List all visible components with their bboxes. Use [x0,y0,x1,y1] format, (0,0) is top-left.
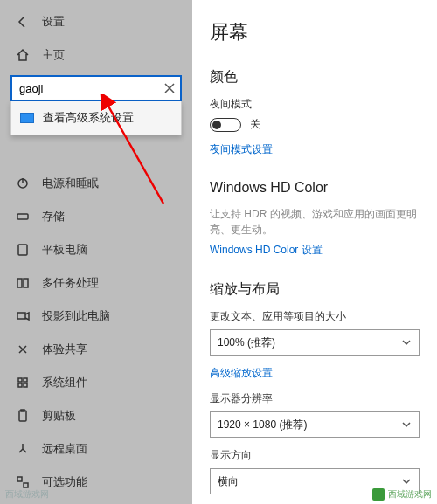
settings-window: 设置 主页 查看高级系统设置 电源和睡眠 存储 [0,0,437,504]
svg-rect-4 [24,279,28,287]
svg-rect-3 [17,279,22,287]
watermark-right: 西域游戏网 [372,488,432,501]
sidebar-item-power[interactable]: 电源和睡眠 [0,167,192,200]
sidebar-item-label: 系统组件 [42,375,87,390]
sidebar-item-label: 远程桌面 [42,441,87,457]
link-adv-scale[interactable]: 高级缩放设置 [210,366,273,381]
home-icon [16,48,30,62]
section-title-hd: Windows HD Color [210,180,420,196]
settings-label: 设置 [42,14,65,30]
project-icon [16,309,30,323]
sidebar-item-label: 剪贴板 [42,408,76,424]
svg-rect-10 [19,411,26,421]
resolution-value: 1920 × 1080 (推荐) [218,418,307,432]
sidebar: 设置 主页 查看高级系统设置 电源和睡眠 存储 [0,0,192,504]
section-hd: Windows HD Color 让支持 HDR 的视频、游戏和应用的画面更明亮… [210,175,420,258]
night-mode-label: 夜间模式 [210,97,420,112]
search-input[interactable] [10,75,182,101]
sidebar-item-label: 平板电脑 [42,242,87,258]
watermark-left: 西域游戏网 [5,488,49,501]
clipboard-icon [16,409,30,423]
section-title-scale: 缩放与布局 [210,280,420,299]
nav-list: 电源和睡眠 存储 平板电脑 多任务处理 投影到此电脑 体验共享 [0,167,192,504]
hd-description: 让支持 HDR 的视频、游戏和应用的画面更明亮、更生动。 [210,206,420,238]
sidebar-item-clipboard[interactable]: 剪贴板 [0,399,192,432]
svg-rect-6 [18,378,22,382]
titlebar: 设置 [0,9,192,40]
storage-icon [16,210,30,224]
tablet-icon [16,243,30,257]
text-size-label: 更改文本、应用等项目的大小 [210,309,420,324]
sidebar-item-label: 投影到此电脑 [42,308,110,324]
sidebar-item-storage[interactable]: 存储 [0,200,192,233]
components-icon [16,376,30,390]
home-label: 主页 [42,47,65,63]
monitor-icon [20,113,34,123]
svg-rect-5 [17,313,25,319]
svg-rect-12 [17,477,22,481]
sidebar-item-label: 体验共享 [42,342,87,357]
power-icon [16,176,30,190]
page-title: 屏幕 [210,19,420,45]
sidebar-item-label: 存储 [42,209,65,224]
svg-rect-2 [18,245,27,255]
search-suggestion[interactable]: 查看高级系统设置 [10,101,182,135]
resolution-select[interactable]: 1920 × 1080 (推荐) [210,411,420,438]
watermark-icon [372,488,385,501]
clear-icon[interactable] [163,81,177,95]
sidebar-item-tablet[interactable]: 平板电脑 [0,233,192,266]
svg-rect-7 [24,378,27,382]
sidebar-item-project[interactable]: 投影到此电脑 [0,300,192,333]
search-box [10,75,182,101]
orientation-label: 显示方向 [210,448,420,463]
toggle-state: 关 [250,117,260,132]
section-title-color: 颜色 [210,68,420,86]
svg-rect-1 [17,214,28,219]
night-mode-toggle[interactable] [210,118,241,132]
section-scale: 缩放与布局 更改文本、应用等项目的大小 100% (推荐) 高级缩放设置 显示器… [210,275,420,504]
back-icon[interactable] [16,15,30,29]
svg-rect-8 [18,383,22,387]
svg-rect-9 [24,383,27,387]
sidebar-item-multitask[interactable]: 多任务处理 [0,266,192,300]
content-pane: 屏幕 颜色 夜间模式 关 夜间模式设置 Windows HD Color 让支持… [192,0,437,504]
remote-icon [16,442,30,456]
scale-select[interactable]: 100% (推荐) [210,329,420,356]
watermark-right-text: 西域游戏网 [388,488,432,501]
link-night-settings[interactable]: 夜间模式设置 [210,142,273,157]
sidebar-item-label: 多任务处理 [42,275,99,291]
sidebar-item-shared[interactable]: 体验共享 [0,333,192,366]
suggestion-label: 查看高级系统设置 [43,110,134,126]
sidebar-item-remote[interactable]: 远程桌面 [0,432,192,466]
share-icon [16,342,30,356]
home-row[interactable]: 主页 [0,40,192,75]
scale-value: 100% (推荐) [218,335,275,350]
section-color: 颜色 夜间模式 关 夜间模式设置 [210,63,420,157]
multitask-icon [16,276,30,290]
sidebar-item-label: 电源和睡眠 [42,176,99,191]
optional-icon [16,475,30,489]
svg-rect-13 [24,483,28,487]
orientation-value: 横向 [218,474,239,489]
link-hd-settings[interactable]: Windows HD Color 设置 [210,243,323,258]
resolution-label: 显示器分辨率 [210,391,420,406]
chevron-down-icon [401,337,412,348]
sidebar-item-components[interactable]: 系统组件 [0,366,192,399]
chevron-down-icon [401,476,412,487]
chevron-down-icon [401,419,412,430]
